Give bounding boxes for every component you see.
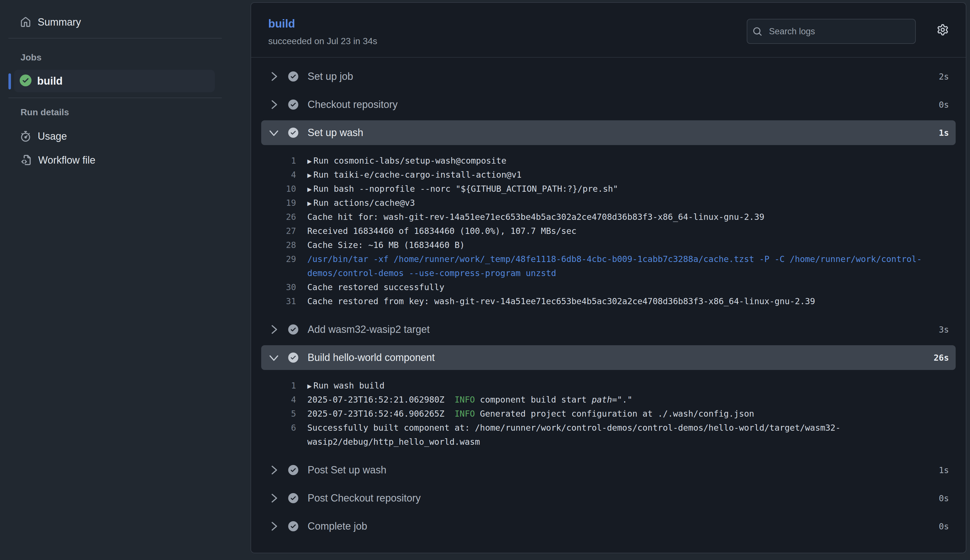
- step-success-icon: [288, 100, 298, 110]
- log-line: 1▶Run wash build: [261, 379, 956, 393]
- sidebar-divider: [8, 38, 222, 38]
- log-group-expand-icon[interactable]: ▶: [307, 157, 313, 165]
- log-line: 1▶Run cosmonic-labs/setup-wash@composite: [261, 154, 956, 168]
- log-line: 42025-07-23T16:52:21.062980Z INFO compon…: [261, 393, 956, 407]
- log-line-number[interactable]: 30: [261, 280, 296, 294]
- step-name: Build hello-world component: [308, 352, 435, 363]
- step-name: Set up wash: [308, 127, 363, 138]
- log-line: 31Cache restored from key: wash-git-rev-…: [261, 294, 956, 308]
- log-line: 4▶Run taiki-e/cache-cargo-install-action…: [261, 168, 956, 182]
- step-name: Complete job: [308, 520, 367, 532]
- chevron-right-icon[interactable]: [268, 324, 280, 335]
- step-success-icon: [288, 324, 298, 335]
- log-text: 2025-07-23T16:52:46.906265Z INFO Generat…: [307, 407, 926, 421]
- chevron-right-icon[interactable]: [268, 464, 280, 476]
- step-row-post-set-up-wash[interactable]: Post Set up wash1s: [261, 458, 956, 482]
- log-segment: Generated project configuration at ./.wa…: [475, 409, 754, 418]
- log-text: ▶Run bash --noprofile --norc "${GITHUB_A…: [307, 182, 926, 196]
- log-text: Cache restored from key: wash-git-rev-14…: [307, 294, 926, 308]
- step-duration: 2s: [939, 72, 949, 82]
- step-row-add-wasm32-wasip2-target[interactable]: Add wasm32-wasip2 target3s: [261, 317, 956, 342]
- step-row-post-checkout-repository[interactable]: Post Checkout repository0s: [261, 486, 956, 510]
- log-line: 19▶Run actions/cache@v3: [261, 196, 956, 210]
- log-line-number[interactable]: 4: [261, 393, 296, 407]
- step-row-build-hello-world-component[interactable]: Build hello-world component26s: [261, 345, 956, 370]
- sidebar-item-summary[interactable]: Summary: [20, 13, 81, 32]
- chevron-right-icon[interactable]: [268, 71, 280, 82]
- log-panel-header: build succeeded on Jul 23 in 34s: [251, 3, 966, 58]
- chevron-down-icon[interactable]: [268, 127, 280, 138]
- log-line-number[interactable]: 5: [261, 407, 296, 421]
- chevron-down-icon[interactable]: [268, 352, 280, 363]
- log-line-number[interactable]: 19: [261, 196, 296, 210]
- log-line: 6Successfully built component at: /home/…: [261, 421, 956, 449]
- chevron-right-icon[interactable]: [268, 493, 280, 504]
- step-logs: 1▶Run wash build42025-07-23T16:52:21.062…: [261, 379, 956, 449]
- home-icon: [20, 17, 31, 28]
- sidebar-divider: [8, 98, 222, 98]
- log-segment-info: INFO: [455, 395, 475, 405]
- log-line: 27Received 16834460 of 16834460 (100.0%)…: [261, 224, 956, 238]
- stopwatch-icon: [20, 131, 31, 142]
- step-row-set-up-wash[interactable]: Set up wash1s: [261, 120, 956, 145]
- log-line: 29/usr/bin/tar -xf /home/runner/work/_te…: [261, 252, 956, 280]
- log-line-number[interactable]: 6: [261, 421, 296, 435]
- step-name: Set up job: [308, 70, 353, 82]
- log-text: Received 16834460 of 16834460 (100.0%), …: [307, 224, 926, 238]
- step-row-checkout-repository[interactable]: Checkout repository0s: [261, 92, 956, 117]
- search-logs-box[interactable]: [747, 19, 916, 44]
- log-line-number[interactable]: 29: [261, 252, 296, 266]
- log-group-expand-icon[interactable]: ▶: [307, 382, 313, 390]
- log-line: 10▶Run bash --noprofile --norc "${GITHUB…: [261, 182, 956, 196]
- log-group-expand-icon[interactable]: ▶: [307, 171, 313, 179]
- file-code-icon: [20, 155, 32, 166]
- search-icon: [753, 27, 762, 36]
- step-name: Checkout repository: [308, 99, 398, 110]
- chevron-right-icon[interactable]: [268, 521, 280, 532]
- log-segment-info: INFO: [455, 409, 475, 418]
- step-success-icon: [288, 353, 298, 363]
- log-text: ▶Run actions/cache@v3: [307, 196, 926, 210]
- steps-list: Set up job2sCheckout repository0sSet up …: [251, 58, 966, 553]
- log-group-expand-icon[interactable]: ▶: [307, 199, 313, 207]
- run-details-section-header: Run details: [20, 107, 69, 118]
- log-line-number[interactable]: 4: [261, 168, 296, 182]
- log-line-number[interactable]: 1: [261, 379, 296, 393]
- log-line-number[interactable]: 26: [261, 210, 296, 224]
- log-segment: 2025-07-23T16:52:21.062980Z: [307, 395, 455, 405]
- step-success-icon: [288, 72, 298, 82]
- chevron-right-icon[interactable]: [268, 99, 280, 110]
- log-text: Cache restored successfully: [307, 280, 926, 294]
- log-text: ▶Run cosmonic-labs/setup-wash@composite: [307, 154, 926, 168]
- step-duration: 3s: [939, 325, 949, 335]
- search-logs-input[interactable]: [768, 26, 908, 37]
- log-line-number[interactable]: 27: [261, 224, 296, 238]
- log-line: 26Cache hit for: wash-git-rev-14a51ee71e…: [261, 210, 956, 224]
- log-group-expand-icon[interactable]: ▶: [307, 185, 313, 193]
- log-text: ▶Run wash build: [307, 379, 926, 393]
- step-name: Post Set up wash: [308, 464, 386, 476]
- log-text: /usr/bin/tar -xf /home/runner/work/_temp…: [307, 252, 926, 280]
- log-line-number[interactable]: 10: [261, 182, 296, 196]
- job-status-line: succeeded on Jul 23 in 34s: [268, 36, 377, 47]
- log-panel: build succeeded on Jul 23 in 34s Set up …: [250, 2, 966, 553]
- step-success-icon: [288, 493, 298, 503]
- sidebar-item-usage[interactable]: Usage: [20, 127, 67, 146]
- job-name: build: [37, 75, 63, 87]
- log-line-number[interactable]: 1: [261, 154, 296, 168]
- step-success-icon: [288, 128, 298, 138]
- step-duration: 1s: [939, 465, 949, 475]
- step-row-set-up-job[interactable]: Set up job2s: [261, 64, 956, 89]
- log-text: ▶Run taiki-e/cache-cargo-install-action@…: [307, 168, 926, 182]
- log-text: Cache Size: ~16 MB (16834460 B): [307, 238, 926, 252]
- job-title-link[interactable]: build: [268, 17, 295, 30]
- gear-icon: [937, 24, 948, 35]
- step-row-complete-job[interactable]: Complete job0s: [261, 514, 956, 538]
- log-segment: =".": [612, 395, 632, 405]
- log-line-number[interactable]: 31: [261, 294, 296, 308]
- sidebar-job-build[interactable]: build: [14, 70, 215, 92]
- log-line-number[interactable]: 28: [261, 238, 296, 252]
- sidebar-item-workflow-file[interactable]: Workflow file: [20, 151, 95, 170]
- job-success-icon: [20, 75, 32, 87]
- log-settings-button[interactable]: [937, 24, 948, 35]
